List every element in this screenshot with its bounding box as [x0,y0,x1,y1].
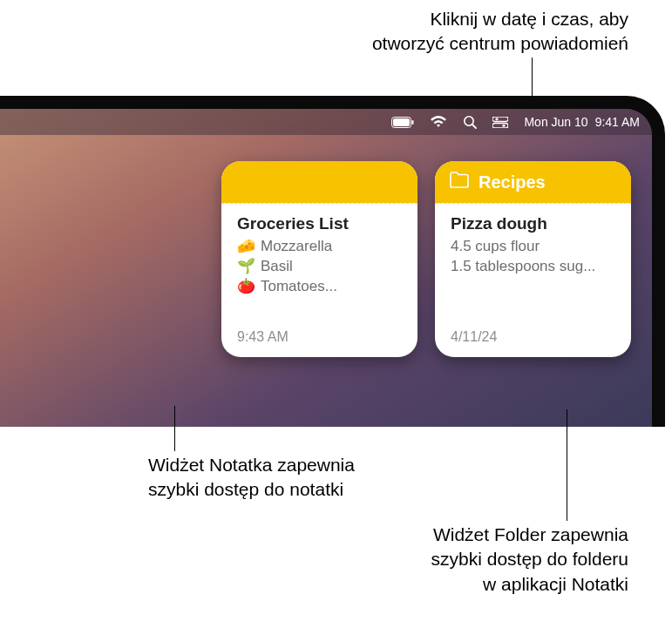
list-item: 1.5 tablespoons sug... [451,257,615,277]
list-item: 🍅 Tomatoes... [237,277,402,297]
menu-bar-datetime[interactable]: Mon Jun 10 9:41 AM [524,115,640,129]
svg-point-8 [503,124,506,126]
wifi-icon[interactable] [430,116,447,128]
folder-note-date: 4/11/24 [451,329,615,357]
list-item: 4.5 cups flour [451,237,615,257]
widget-header-folder: Recipes [435,161,631,203]
herb-icon: 🌱 [237,257,255,277]
callout-text: Kliknij w datę i czas, aby otworzyć cent… [372,9,628,53]
device-corner: Mon Jun 10 9:41 AM Groceries List 🧀 Mozz… [0,96,672,427]
widget-body: Pizza dough 4.5 cups flour 1.5 tablespoo… [435,203,631,357]
folder-header-label: Recipes [479,172,546,192]
svg-rect-7 [492,123,508,128]
list-item-label: Tomatoes... [261,277,337,297]
device-frame: Mon Jun 10 9:41 AM Groceries List 🧀 Mozz… [0,96,665,427]
folder-note-lines: 4.5 cups flour 1.5 tablespoons sug... [451,237,615,277]
callout-text: Widżet Folder zapewnia szybki dostęp do … [431,524,628,594]
svg-rect-1 [393,118,410,126]
svg-line-4 [472,125,476,128]
callout-leader [567,409,567,521]
callout-folder-widget: Widżet Folder zapewnia szybki dostęp do … [431,523,628,597]
tomato-icon: 🍅 [237,277,255,297]
spotlight-icon[interactable] [463,115,477,129]
cheese-icon: 🧀 [237,237,255,257]
list-item-label: 1.5 tablespoons sug... [451,257,595,277]
note-timestamp: 9:43 AM [237,329,402,357]
widgets-area: Groceries List 🧀 Mozzarella 🌱 Basil [221,161,631,357]
list-item-label: Mozzarella [261,237,332,257]
folder-note-title: Pizza dough [451,214,615,233]
callout-leader [174,406,175,451]
desktop-screen: Mon Jun 10 9:41 AM Groceries List 🧀 Mozz… [0,109,652,427]
notes-note-widget[interactable]: Groceries List 🧀 Mozzarella 🌱 Basil [221,161,417,357]
menu-bar-date: Mon Jun 10 [524,115,587,129]
callout-text: Widżet Notatka zapewnia szybki dostęp do… [148,455,355,499]
list-item: 🌱 Basil [237,257,402,277]
widget-header-plain [221,161,417,203]
menu-bar: Mon Jun 10 9:41 AM [0,109,652,135]
notes-folder-widget[interactable]: Recipes Pizza dough 4.5 cups flour 1.5 t… [435,161,631,357]
battery-icon[interactable] [391,117,414,128]
control-center-icon[interactable] [492,117,508,128]
note-title: Groceries List [237,214,402,233]
folder-icon [449,172,470,193]
svg-rect-5 [492,117,508,122]
note-lines: 🧀 Mozzarella 🌱 Basil 🍅 Tomatoes... [237,237,402,297]
menu-bar-time: 9:41 AM [595,115,640,129]
callout-datetime: Kliknij w datę i czas, aby otworzyć cent… [372,7,628,57]
list-item-label: 4.5 cups flour [451,237,540,257]
list-item-label: Basil [261,257,293,277]
callout-note-widget: Widżet Notatka zapewnia szybki dostęp do… [148,453,355,503]
widget-body: Groceries List 🧀 Mozzarella 🌱 Basil [221,203,417,357]
svg-rect-2 [412,120,414,125]
list-item: 🧀 Mozzarella [237,237,402,257]
svg-point-6 [496,118,499,120]
